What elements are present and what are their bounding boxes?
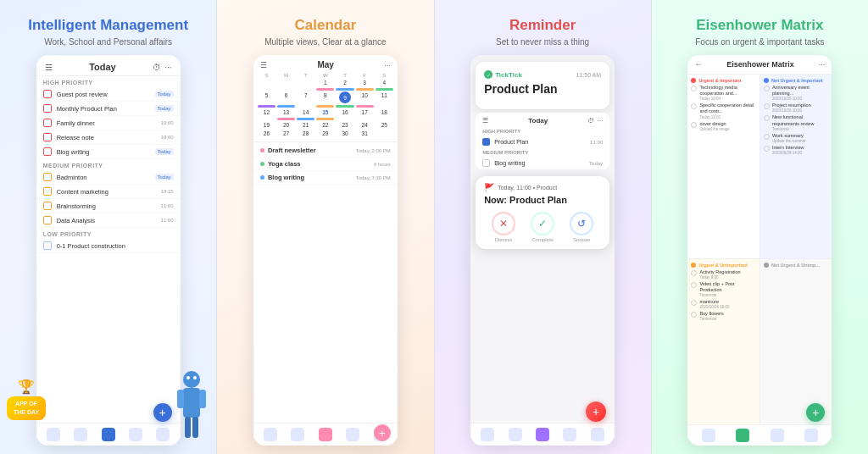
- matrix-checkbox[interactable]: [691, 103, 697, 109]
- nav-calendar-icon[interactable]: [74, 428, 87, 441]
- item-tag: Today: [155, 105, 174, 112]
- list-item[interactable]: Blog writing Today: [36, 145, 181, 159]
- matrix-checkbox[interactable]: [691, 300, 697, 306]
- todo-header-title: Today: [89, 62, 116, 72]
- matrix-list-item[interactable]: Buy flowers Tomorrow: [691, 311, 756, 321]
- nav-icon[interactable]: [291, 428, 304, 441]
- more-icon[interactable]: ···: [597, 117, 603, 125]
- list-item[interactable]: 0-1 Product construction: [36, 239, 181, 253]
- back-icon[interactable]: ←: [694, 60, 702, 69]
- matrix-checkbox[interactable]: [691, 86, 697, 91]
- matrix-list-item[interactable]: Anniversary event planning... 2020/10/26…: [764, 85, 829, 101]
- item-time: 19:00: [161, 120, 174, 125]
- nav-icon[interactable]: [804, 429, 818, 442]
- matrix-checkbox[interactable]: [691, 282, 697, 288]
- matrix-list-item[interactable]: cover design Upload the image: [691, 121, 756, 131]
- list-item[interactable]: Blog writing Today, 7:30 PM: [253, 171, 398, 185]
- checkbox[interactable]: [43, 173, 52, 181]
- nav-icon[interactable]: [771, 429, 784, 442]
- more-icon[interactable]: ···: [819, 60, 826, 69]
- nav-icon[interactable]: [346, 428, 359, 441]
- checkbox[interactable]: [43, 104, 52, 113]
- item-time: 11:00: [161, 203, 174, 208]
- nav-icon[interactable]: [264, 428, 277, 441]
- matrix-checkbox[interactable]: [764, 103, 770, 109]
- checkbox[interactable]: [43, 119, 52, 127]
- more-icon[interactable]: ···: [164, 63, 171, 72]
- matrix-list-item[interactable]: Specific cooperation detail and contr...…: [691, 102, 756, 119]
- mini-checkbox[interactable]: [482, 138, 490, 146]
- matrix-list-item[interactable]: Project resumption 2020/10/26 10:00: [764, 102, 829, 113]
- checkbox[interactable]: [43, 241, 52, 250]
- menu-icon[interactable]: ☰: [45, 63, 53, 72]
- matrix-checkbox[interactable]: [764, 146, 770, 152]
- list-item[interactable]: Family dinner 19:00: [36, 116, 181, 130]
- dismiss-button[interactable]: ✕ Dismiss: [492, 212, 515, 242]
- checkbox[interactable]: [43, 187, 52, 196]
- checkbox[interactable]: [43, 147, 52, 156]
- list-item[interactable]: Data Analysis 11:00: [36, 213, 181, 228]
- nav-flag-icon[interactable]: [129, 428, 142, 441]
- list-item[interactable]: Brainstorming 11:00: [36, 199, 181, 213]
- item-time: 11:00: [161, 218, 174, 223]
- dismiss-icon[interactable]: ✕: [492, 212, 515, 235]
- matrix-checkbox[interactable]: [691, 270, 697, 276]
- matrix-list-item[interactable]: Work summary Update the summar: [764, 133, 829, 143]
- matrix-list-item[interactable]: Intern Interview 2020/06/28 14:00: [764, 145, 829, 155]
- matrix-checkbox[interactable]: [764, 134, 770, 140]
- complete-button[interactable]: ✓ Complete: [531, 212, 554, 242]
- list-item[interactable]: Guest post review Today: [36, 87, 181, 102]
- nav-icon[interactable]: [509, 428, 522, 441]
- menu-icon[interactable]: ☰: [482, 117, 488, 125]
- menu-icon[interactable]: ☰: [260, 61, 267, 69]
- nav-icon[interactable]: [736, 429, 749, 442]
- fab-add-button[interactable]: +: [153, 403, 172, 422]
- fab-add-button[interactable]: +: [586, 401, 606, 422]
- snooze-button[interactable]: ↺ Snooze: [570, 212, 593, 242]
- mini-list-item[interactable]: Product Plan 11:00: [476, 136, 609, 148]
- matrix-list-item[interactable]: Video clip + Post Production Tomorrow: [691, 281, 756, 297]
- list-item[interactable]: Draft newsletter Today, 2:00 PM: [253, 144, 398, 158]
- quadrant-label: Not Urgent & Important: [771, 78, 823, 83]
- matrix-list-item[interactable]: Technology media cooperation and... Toda…: [691, 85, 756, 101]
- event-row: · · ·: [257, 117, 394, 120]
- checkbox[interactable]: [43, 202, 52, 210]
- snooze-icon[interactable]: ↺: [570, 212, 593, 235]
- checkbox[interactable]: [43, 133, 52, 141]
- nav-icon[interactable]: [563, 428, 576, 441]
- matrix-checkbox[interactable]: [764, 115, 770, 121]
- panel-4-subtitle: Focus on urgent & important tasks: [695, 37, 824, 47]
- selected-day[interactable]: 9: [339, 91, 351, 103]
- list-item[interactable]: Badminton Today: [36, 170, 181, 185]
- fab-add-button[interactable]: +: [374, 424, 391, 441]
- nav-icon[interactable]: [319, 428, 332, 441]
- nav-icon[interactable]: [536, 428, 549, 441]
- matrix-list-item[interactable]: New functional requirements review Tomor…: [764, 114, 829, 130]
- list-item[interactable]: Release note 10:00: [36, 130, 181, 145]
- mini-list-item[interactable]: Blog writing Today: [476, 157, 609, 169]
- matrix-list-item[interactable]: manicure 2020/10/26 10:00: [691, 299, 756, 309]
- matrix-checkbox[interactable]: [764, 86, 770, 91]
- more-icon[interactable]: ···: [384, 61, 391, 69]
- nav-icon[interactable]: [591, 428, 604, 441]
- matrix-list-item[interactable]: Activity Registration Today 9:00: [691, 269, 756, 280]
- checkbox[interactable]: [43, 90, 52, 98]
- item-sub: Tomorrow: [699, 317, 756, 321]
- matrix-checkbox[interactable]: [691, 312, 697, 318]
- list-item[interactable]: Content marketing 18:15: [36, 185, 181, 199]
- item-content: Specific cooperation detail and contr...…: [699, 102, 756, 119]
- checkbox[interactable]: [43, 216, 52, 224]
- nav-icon[interactable]: [702, 429, 715, 442]
- mini-checkbox[interactable]: [482, 159, 490, 167]
- list-item[interactable]: Monthly Product Plan Today: [36, 102, 181, 116]
- clock-icon[interactable]: ⏱: [587, 117, 594, 125]
- list-item[interactable]: Yoga class 4 hours: [253, 158, 398, 171]
- clock-icon[interactable]: ⏱: [153, 63, 161, 72]
- matrix-checkbox[interactable]: [691, 122, 697, 128]
- event-row: · · · · ·: [257, 104, 394, 108]
- complete-icon[interactable]: ✓: [531, 212, 554, 235]
- nav-home-icon[interactable]: [102, 428, 115, 441]
- nav-icon[interactable]: [481, 428, 494, 441]
- nav-list-icon[interactable]: [47, 428, 60, 441]
- nav-gear-icon[interactable]: [156, 428, 170, 441]
